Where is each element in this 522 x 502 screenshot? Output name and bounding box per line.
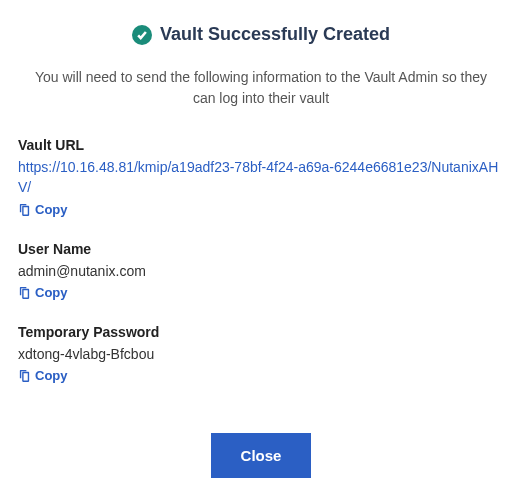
dialog-header: Vault Successfully Created: [18, 24, 504, 45]
copy-label: Copy: [35, 202, 68, 217]
dialog-title: Vault Successfully Created: [160, 24, 390, 45]
temp-password-value: xdtong-4vlabg-Bfcbou: [18, 344, 504, 364]
close-button[interactable]: Close: [211, 433, 312, 478]
user-name-block: User Name admin@nutanix.com Copy: [18, 241, 504, 302]
vault-url-block: Vault URL https://10.16.48.81/kmip/a19ad…: [18, 137, 504, 219]
copy-temp-password-button[interactable]: Copy: [18, 368, 68, 383]
vault-url-label: Vault URL: [18, 137, 504, 153]
instructions-text: You will need to send the following info…: [18, 67, 504, 109]
copy-label: Copy: [35, 285, 68, 300]
success-check-icon: [132, 25, 152, 45]
copy-icon: [18, 369, 31, 382]
user-name-value: admin@nutanix.com: [18, 261, 504, 281]
temp-password-block: Temporary Password xdtong-4vlabg-Bfcbou …: [18, 324, 504, 385]
vault-url-value[interactable]: https://10.16.48.81/kmip/a19adf23-78bf-4…: [18, 157, 504, 198]
dialog-footer: Close: [18, 433, 504, 478]
copy-label: Copy: [35, 368, 68, 383]
copy-vault-url-button[interactable]: Copy: [18, 202, 68, 217]
copy-user-name-button[interactable]: Copy: [18, 285, 68, 300]
copy-icon: [18, 286, 31, 299]
copy-icon: [18, 203, 31, 216]
temp-password-label: Temporary Password: [18, 324, 504, 340]
user-name-label: User Name: [18, 241, 504, 257]
